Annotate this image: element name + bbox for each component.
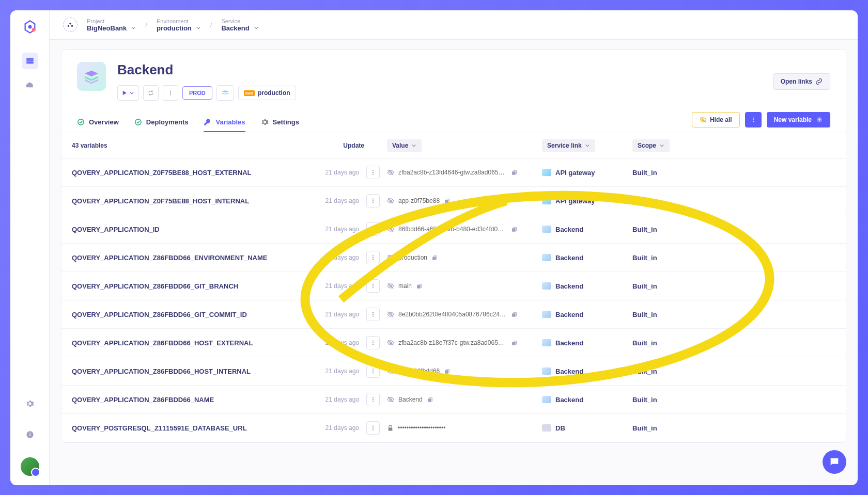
service-type-icon <box>77 62 106 91</box>
var-updated: 21 days ago <box>309 368 359 375</box>
user-avatar[interactable] <box>21 457 39 476</box>
variable-row: QOVERY_APPLICATION_Z86FBDD66_GIT_BRANCH2… <box>61 272 846 300</box>
tab-variables[interactable]: Variables <box>204 113 245 132</box>
row-menu-button[interactable] <box>366 166 380 179</box>
svg-point-0 <box>28 25 32 29</box>
variable-row: QOVERY_POSTGRESQL_Z1115591E_DATABASE_URL… <box>61 414 846 442</box>
eye-off-icon[interactable] <box>387 311 394 318</box>
breadcrumb-bar: Project BigNeoBank / Environment product… <box>50 10 858 40</box>
app-logo <box>23 20 37 34</box>
col-header-scope[interactable]: Scope <box>632 139 670 152</box>
copy-icon[interactable] <box>511 169 518 176</box>
row-menu-button[interactable] <box>366 251 380 264</box>
service-icon <box>542 282 551 290</box>
var-value-cell: zfba2ac8b-z13fd4646-gtw.za8ad0659.bool..… <box>387 169 542 176</box>
chevron-down-icon <box>129 90 134 95</box>
nav-info-icon[interactable]: i <box>22 426 38 443</box>
row-menu-button[interactable] <box>366 194 380 207</box>
svg-point-8 <box>170 92 171 93</box>
row-menu-button[interactable] <box>366 421 380 435</box>
var-updated: 21 days ago <box>309 226 359 233</box>
env-type-badge: PROD <box>182 86 212 100</box>
eye-off-icon[interactable] <box>387 282 394 290</box>
nav-environments-icon[interactable] <box>22 53 38 69</box>
var-scope: Built_in <box>632 311 694 318</box>
tab-deployments[interactable]: Deployments <box>134 113 189 132</box>
col-header-service[interactable]: Service link <box>542 139 595 152</box>
service-icon <box>542 311 551 318</box>
dots-vertical-icon <box>750 117 756 123</box>
eye-off-icon[interactable] <box>387 197 394 204</box>
cluster-badge[interactable]: aws production <box>238 86 296 100</box>
var-updated: 21 days ago <box>309 169 359 176</box>
copy-icon[interactable] <box>511 226 518 233</box>
hide-all-button[interactable]: Hide all <box>692 112 740 127</box>
variable-row: QOVERY_APPLICATION_Z86FBDD66_NAME21 days… <box>61 386 846 414</box>
copy-icon[interactable] <box>444 198 451 204</box>
service-link-button[interactable] <box>216 85 234 101</box>
var-service: API gateway <box>542 169 632 177</box>
chat-fab[interactable] <box>823 450 846 474</box>
key-icon <box>204 118 211 126</box>
open-links-button[interactable]: Open links <box>773 73 830 90</box>
row-menu-button[interactable] <box>366 308 380 321</box>
more-actions-button[interactable] <box>163 85 178 101</box>
eye-off-icon[interactable] <box>387 339 394 346</box>
restart-button[interactable] <box>143 85 159 101</box>
service-icon <box>542 424 551 432</box>
var-updated: 21 days ago <box>309 311 359 318</box>
tab-overview[interactable]: Overview <box>77 113 119 132</box>
crumb-project-label: Project <box>87 18 136 24</box>
copy-icon[interactable] <box>511 340 518 346</box>
vars-more-button[interactable] <box>745 112 762 127</box>
nav-cloud-icon[interactable] <box>22 76 38 93</box>
var-value-cell: zfba2ac8b-z18e7f37c-gtw.za8ad0659.bool..… <box>387 339 542 346</box>
service-icon <box>542 368 551 375</box>
crumb-environment[interactable]: production <box>157 24 201 32</box>
var-name: QOVERY_POSTGRESQL_Z1115591E_DATABASE_URL <box>72 424 309 432</box>
var-service: Backend <box>542 396 632 404</box>
deploy-button[interactable] <box>117 85 139 101</box>
row-menu-button[interactable] <box>366 336 380 349</box>
row-menu-button[interactable] <box>366 364 380 378</box>
eye-off-icon[interactable] <box>387 226 394 233</box>
eye-off-icon[interactable] <box>387 254 394 261</box>
crumb-service-label: Service <box>221 18 258 24</box>
var-value: app-z86fbdd66 <box>398 368 440 375</box>
eye-off-icon[interactable] <box>387 169 394 176</box>
tab-settings[interactable]: Settings <box>261 113 299 132</box>
breadcrumb-separator: / <box>145 21 147 29</box>
var-updated: 21 days ago <box>309 396 359 403</box>
svg-point-50 <box>373 399 374 400</box>
var-service: Backend <box>542 254 632 262</box>
layers-icon <box>221 90 229 96</box>
row-menu-button[interactable] <box>366 279 380 293</box>
svg-point-37 <box>373 312 374 313</box>
copy-icon[interactable] <box>427 396 433 403</box>
svg-point-19 <box>373 174 374 175</box>
copy-icon[interactable] <box>444 368 451 375</box>
crumb-project[interactable]: BigNeoBank <box>87 24 136 32</box>
copy-icon[interactable] <box>431 254 438 261</box>
var-scope: Built_in <box>632 282 694 290</box>
lock-icon <box>387 425 394 432</box>
copy-icon[interactable] <box>416 283 423 290</box>
row-menu-button[interactable] <box>366 222 380 236</box>
check-circle-icon <box>77 118 85 126</box>
new-variable-button[interactable]: New variable <box>767 112 830 127</box>
col-header-value[interactable]: Value <box>387 139 422 152</box>
col-header-name: 43 variables <box>72 142 309 149</box>
dots-vertical-icon <box>370 254 376 261</box>
org-icon[interactable] <box>63 18 78 32</box>
row-menu-button[interactable] <box>366 393 380 406</box>
copy-icon[interactable] <box>511 311 518 318</box>
eye-off-icon[interactable] <box>387 396 394 403</box>
nav-settings-icon[interactable] <box>22 395 38 412</box>
var-service: Backend <box>542 368 632 375</box>
svg-point-55 <box>373 429 374 430</box>
crumb-service[interactable]: Backend <box>221 24 258 32</box>
chat-icon <box>829 456 840 468</box>
eye-off-icon[interactable] <box>387 368 394 375</box>
var-value: 86fbdd66-a606-45fb-b480-ed3c4fd0483a <box>398 226 507 233</box>
service-icon <box>542 197 551 204</box>
